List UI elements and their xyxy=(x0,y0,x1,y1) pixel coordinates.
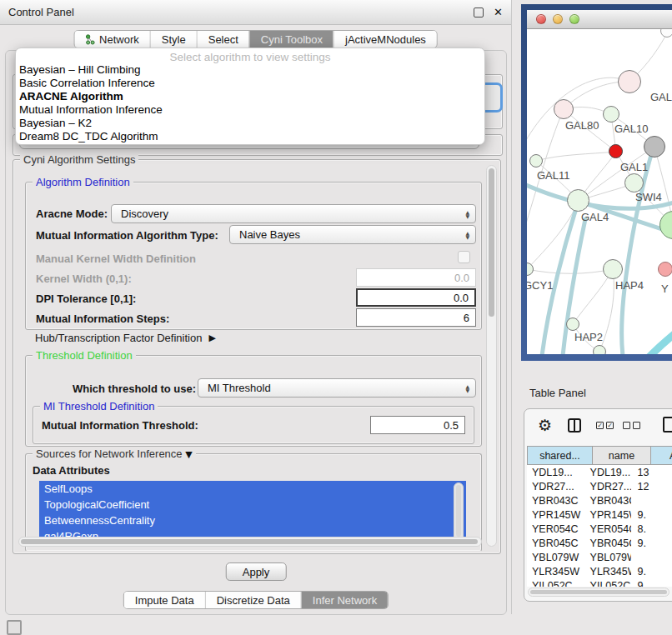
hub-transcription-expander[interactable]: Hub/Transcription Factor Definition ▶ xyxy=(35,332,216,344)
algorithm-option[interactable]: Dream8 DC_TDC Algorithm xyxy=(16,130,484,143)
dock-panel-icon[interactable] xyxy=(7,620,22,635)
mi-steps-field[interactable]: 6 xyxy=(356,308,476,327)
combo-stepper-icon: ▲▼ xyxy=(465,210,469,218)
network-node[interactable] xyxy=(593,345,606,354)
dpi-tolerance-field[interactable]: 0.0 xyxy=(356,288,476,307)
new-table-icon[interactable] xyxy=(663,417,672,432)
tab-infer-network[interactable]: Infer Network xyxy=(301,592,388,608)
algorithm-option[interactable]: Basic Correlation Inference xyxy=(16,77,484,90)
data-attributes-scrollbar-thumb[interactable] xyxy=(456,485,461,537)
mi-threshold-field[interactable]: 0.5 xyxy=(370,416,465,434)
network-node-gal80[interactable] xyxy=(554,99,574,119)
hub-transcription-label: Hub/Transcription Factor Definition xyxy=(35,332,202,344)
combo-stepper-icon: ▲▼ xyxy=(465,231,469,239)
data-attributes-scrollbar[interactable] xyxy=(454,482,464,542)
tab-infer-network-label: Infer Network xyxy=(313,594,377,607)
cyni-algorithm-settings-title: Cyni Algorithm Settings xyxy=(20,153,138,166)
algorithm-option[interactable]: Bayesian – K2 xyxy=(16,117,484,130)
algorithm-option[interactable]: Mutual Information Inference xyxy=(16,103,484,117)
table-row[interactable]: YDL19...YDL19...13 xyxy=(527,465,672,479)
table-row[interactable]: YBL079WYBL079W xyxy=(527,550,672,564)
tab-select-label: Select xyxy=(208,33,238,46)
table-row[interactable]: YDR27...YDR27...12 xyxy=(527,479,672,493)
list-item[interactable]: SelfLoops xyxy=(39,481,466,497)
table-row[interactable]: YBR043CYBR043C xyxy=(527,493,672,508)
mi-threshold-label: Mutual Information Threshold: xyxy=(42,419,198,432)
cyni-algorithm-settings-group: Cyni Algorithm Settings Algorithm Defini… xyxy=(13,159,501,554)
settings-vertical-scrollbar-thumb[interactable] xyxy=(489,168,494,317)
node-label-gal10: GAL10 xyxy=(614,122,648,135)
aracne-mode-combo[interactable]: Discovery ▲▼ xyxy=(111,204,476,223)
window-minimize-button[interactable] xyxy=(553,14,563,24)
column-header-clipped[interactable]: A xyxy=(651,446,672,465)
control-panel-titlebar: Control Panel ✕ xyxy=(0,0,511,25)
which-threshold-label: Which threshold to use: xyxy=(73,382,196,395)
kernel-width-field[interactable]: 0.0 xyxy=(356,268,476,287)
settings-horizontal-scrollbar[interactable] xyxy=(18,537,482,547)
tab-network[interactable]: Network xyxy=(74,31,150,48)
list-item[interactable]: BetweennessCentrality xyxy=(39,512,466,528)
network-node[interactable] xyxy=(618,70,641,93)
list-item[interactable]: TopologicalCoefficient xyxy=(39,497,466,512)
tab-jactivemnodules-label: jActiveMNodules xyxy=(345,33,426,46)
column-header-shared-name[interactable]: shared... xyxy=(527,446,593,465)
select-all-columns-icon[interactable]: ✓✓ xyxy=(596,422,614,429)
control-panel-title: Control Panel xyxy=(8,6,474,18)
settings-vertical-scrollbar[interactable] xyxy=(486,165,497,547)
tab-discretize-data[interactable]: Discretize Data xyxy=(205,592,301,608)
network-node-gray[interactable] xyxy=(644,136,665,158)
collapse-down-icon: ▼ xyxy=(185,449,192,460)
algorithm-option-selected[interactable]: ARACNE Algorithm xyxy=(16,90,484,103)
table-header-row: shared... name A xyxy=(527,446,672,465)
tab-impute-data[interactable]: Impute Data xyxy=(124,592,205,608)
sources-expander[interactable]: Sources for Network Inference ▼ xyxy=(33,448,196,460)
data-attributes-label: Data Attributes xyxy=(33,464,110,477)
split-columns-icon[interactable] xyxy=(568,418,581,432)
tab-network-label: Network xyxy=(99,33,139,46)
settings-horizontal-scrollbar-thumb[interactable] xyxy=(21,539,478,544)
deselect-all-columns-icon[interactable] xyxy=(623,422,640,429)
network-node[interactable] xyxy=(603,106,619,122)
table-row[interactable]: YLR345WYLR345W9. xyxy=(527,564,672,578)
gear-icon[interactable]: ⚙ xyxy=(538,416,552,434)
network-canvas[interactable]: GAL GAL80 GAL10 GAL11 GAL1 GAL4 SWI4 GCY… xyxy=(527,29,672,354)
node-label-gal1: GAL1 xyxy=(620,161,648,173)
window-zoom-button[interactable] xyxy=(569,14,579,24)
combo-stepper-icon: ▲▼ xyxy=(465,384,469,392)
which-threshold-combo[interactable]: MI Threshold ▲▼ xyxy=(198,378,476,398)
network-node-gal1[interactable] xyxy=(624,173,644,192)
node-label: GAL xyxy=(650,91,672,103)
network-node-salmon[interactable] xyxy=(658,262,672,277)
table-body: YDL19...YDL19...13 YDR27...YDR27...12 YB… xyxy=(527,465,672,587)
aracne-mode-label: Aracne Mode: xyxy=(36,208,108,220)
kernel-width-label: Kernel Width (0,1): xyxy=(36,272,132,285)
mi-algorithm-type-combo[interactable]: Naive Bayes ▲▼ xyxy=(229,225,476,244)
tab-style-label: Style xyxy=(162,33,186,46)
manual-kernel-width-checkbox[interactable] xyxy=(458,251,470,263)
network-node-red[interactable] xyxy=(609,144,623,158)
node-label-gcy1: GCY1 xyxy=(527,279,553,292)
column-header-name[interactable]: name xyxy=(593,446,651,465)
table-row[interactable]: YBR045CYBR045C9. xyxy=(527,536,672,550)
table-row[interactable]: YER054CYER054C8. xyxy=(527,522,672,536)
float-window-icon[interactable] xyxy=(474,8,484,18)
tab-jactivemnodules[interactable]: jActiveMNodules xyxy=(333,31,437,48)
table-row[interactable]: YIL052CYIL052C9 xyxy=(527,578,672,587)
threshold-definition-group: Threshold Definition Which threshold to … xyxy=(25,355,482,447)
node-label-swi4: SWI4 xyxy=(635,191,662,203)
tab-select[interactable]: Select xyxy=(197,31,249,48)
network-node-gal11[interactable] xyxy=(529,154,543,168)
node-label-gal11: GAL11 xyxy=(537,169,570,182)
network-node-hap2[interactable] xyxy=(566,318,579,331)
tab-cyni-toolbox[interactable]: Cyni Toolbox xyxy=(249,31,333,48)
apply-button[interactable]: Apply xyxy=(226,562,287,581)
network-node-hap4[interactable] xyxy=(603,259,623,279)
close-icon[interactable]: ✕ xyxy=(494,6,503,18)
tab-style[interactable]: Style xyxy=(150,31,197,48)
network-node-gal4[interactable] xyxy=(567,189,589,212)
window-close-button[interactable] xyxy=(536,14,546,24)
table-row[interactable]: YPR145WYPR145W9. xyxy=(527,508,672,522)
table-horizontal-scrollbar[interactable] xyxy=(528,588,669,597)
algorithm-option[interactable]: Bayesian – Hill Climbing xyxy=(16,63,484,77)
table-horizontal-scrollbar-thumb[interactable] xyxy=(530,590,667,594)
